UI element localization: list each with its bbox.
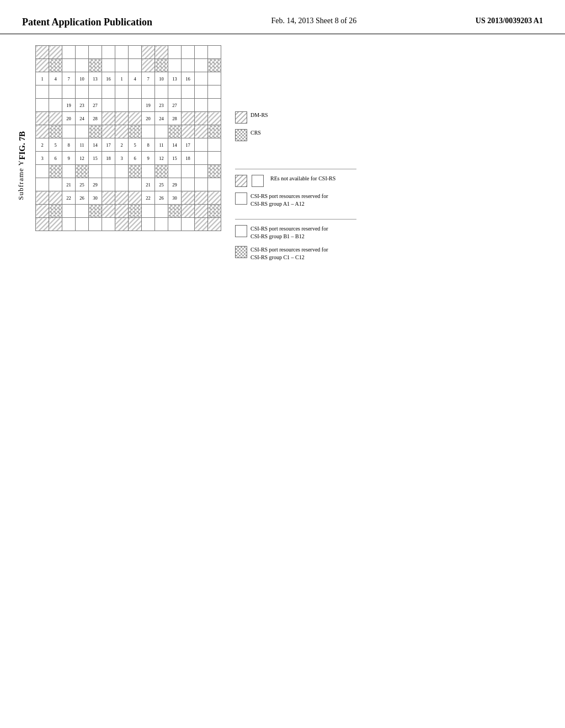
legend-crs: CRS <box>235 129 356 141</box>
crs-label: CRS <box>250 129 261 137</box>
grid-cell <box>195 218 208 231</box>
grid-cell <box>142 85 155 99</box>
grid-cell: 1 <box>115 72 129 85</box>
grid-cell: 28 <box>89 112 102 125</box>
grid-cell <box>168 125 182 138</box>
grid-cell: 16 <box>182 72 195 85</box>
legend-csi-rs-c: CSI-RS port resources reserved for CSI-R… <box>235 246 356 261</box>
grid-cell: 6 <box>49 152 62 165</box>
dm-rs-icon <box>235 111 247 124</box>
grid-cell: 28 <box>168 112 182 125</box>
grid-cell: 5 <box>129 138 142 152</box>
grid-cell <box>182 125 195 138</box>
grid-cell: 30 <box>168 191 182 205</box>
grid-cell <box>195 178 208 191</box>
grid-cell <box>89 165 102 178</box>
table-row <box>36 85 221 99</box>
grid-cell <box>76 125 89 138</box>
grid-cell <box>129 165 142 178</box>
grid-cell <box>102 191 115 205</box>
grid-cell <box>168 46 182 59</box>
grid-cell <box>208 72 221 85</box>
grid-cell <box>182 59 195 72</box>
grid-cell <box>36 218 49 231</box>
figure-label: FIG. 7B <box>18 131 27 160</box>
grid-cell <box>129 112 142 125</box>
grid-cell <box>36 112 49 125</box>
grid-cell: 26 <box>155 191 168 205</box>
grid-cell: 24 <box>76 112 89 125</box>
grid-cell: 8 <box>142 138 155 152</box>
grid-cell: 23 <box>155 99 168 112</box>
grid-cell <box>62 125 76 138</box>
table-row <box>36 125 221 138</box>
grid-cell: 14 <box>89 138 102 152</box>
grid-cell: 4 <box>129 72 142 85</box>
grid-cell <box>115 85 129 99</box>
page-header: Patent Application Publication Feb. 14, … <box>0 0 565 34</box>
grid-cell: 21 <box>62 178 76 191</box>
table-row: 2 5 8 11 14 17 2 5 8 11 14 17 <box>36 138 221 152</box>
grid-cell <box>129 85 142 99</box>
grid-cell: 18 <box>182 152 195 165</box>
grid-cell <box>168 205 182 218</box>
grid-cell <box>155 59 168 72</box>
grid-cell <box>195 59 208 72</box>
grid-cell: 17 <box>182 138 195 152</box>
table-row: 21 25 29 21 25 29 <box>36 178 221 191</box>
grid-cell <box>208 205 221 218</box>
legend-csi-rs-a: CSI-RS port resources reserved for CSI-R… <box>235 192 356 208</box>
grid-cell <box>115 218 129 231</box>
grid-cell <box>36 178 49 191</box>
grid-cell <box>102 46 115 59</box>
grid-cell: 20 <box>142 112 155 125</box>
grid-cell <box>102 112 115 125</box>
grid-cell <box>62 218 76 231</box>
dm-rs-label: DM-RS <box>250 111 268 119</box>
grid-cell <box>142 165 155 178</box>
grid-cell: 12 <box>76 152 89 165</box>
grid-cell: 19 <box>62 99 76 112</box>
grid-cell <box>76 218 89 231</box>
grid-cell <box>142 218 155 231</box>
grid-cell <box>208 218 221 231</box>
grid-cell <box>49 112 62 125</box>
grid-cell: 26 <box>76 191 89 205</box>
grid-cell <box>208 125 221 138</box>
grid-cell <box>182 165 195 178</box>
grid-cell <box>102 178 115 191</box>
grid-cell <box>89 85 102 99</box>
grid-cell: 2 <box>115 138 129 152</box>
grid-cell <box>102 125 115 138</box>
grid-cell: 21 <box>142 178 155 191</box>
grid-cell <box>102 218 115 231</box>
grid-cell: 15 <box>168 152 182 165</box>
grid-cell <box>195 165 208 178</box>
grid-cell: 7 <box>142 72 155 85</box>
grid-cell: 9 <box>142 152 155 165</box>
grid-cell <box>49 205 62 218</box>
table-row <box>36 205 221 218</box>
grid-cell: 5 <box>49 138 62 152</box>
grid-cell <box>62 85 76 99</box>
csi-rs-c-icon <box>235 246 247 258</box>
grid-cell: 3 <box>115 152 129 165</box>
csi-rs-b-label: CSI-RS port resources reserved for CSI-R… <box>250 225 328 240</box>
grid-cell <box>115 165 129 178</box>
grid-cell <box>208 178 221 191</box>
table-row: 3 6 9 12 15 18 3 6 9 12 15 18 <box>36 152 221 165</box>
grid-cell <box>129 125 142 138</box>
grid-cell <box>182 46 195 59</box>
table-row: 1 4 7 10 13 16 1 4 7 10 13 16 <box>36 72 221 85</box>
grid-cell <box>115 99 129 112</box>
grid-cell <box>115 46 129 59</box>
grid-cell: 29 <box>168 178 182 191</box>
grid-cell: 15 <box>89 152 102 165</box>
grid-cell <box>49 178 62 191</box>
grid-cell <box>89 205 102 218</box>
grid-cell <box>102 205 115 218</box>
grid-cell <box>102 59 115 72</box>
grid-cell <box>115 112 129 125</box>
grid-cell <box>129 191 142 205</box>
grid-cell <box>195 112 208 125</box>
